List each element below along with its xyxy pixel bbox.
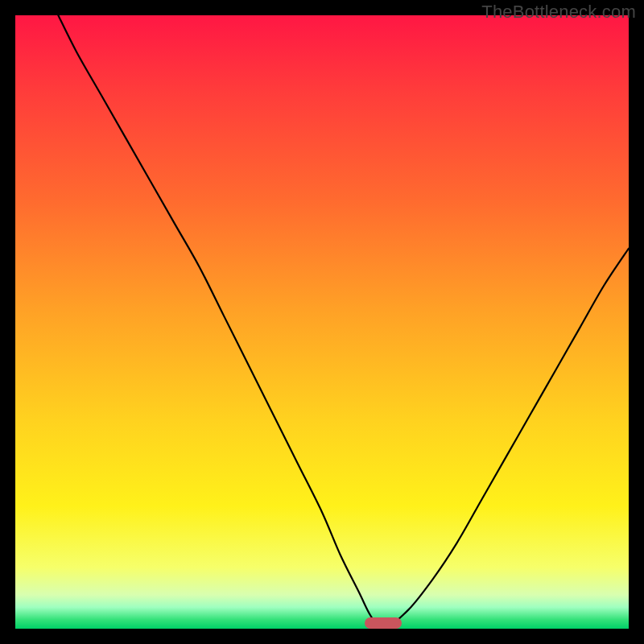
optimal-range-marker: [365, 617, 402, 629]
watermark-text: TheBottleneck.com: [481, 2, 636, 23]
chart-frame: TheBottleneck.com: [0, 0, 644, 644]
chart-svg: [15, 15, 629, 629]
plot-area: [15, 15, 629, 629]
